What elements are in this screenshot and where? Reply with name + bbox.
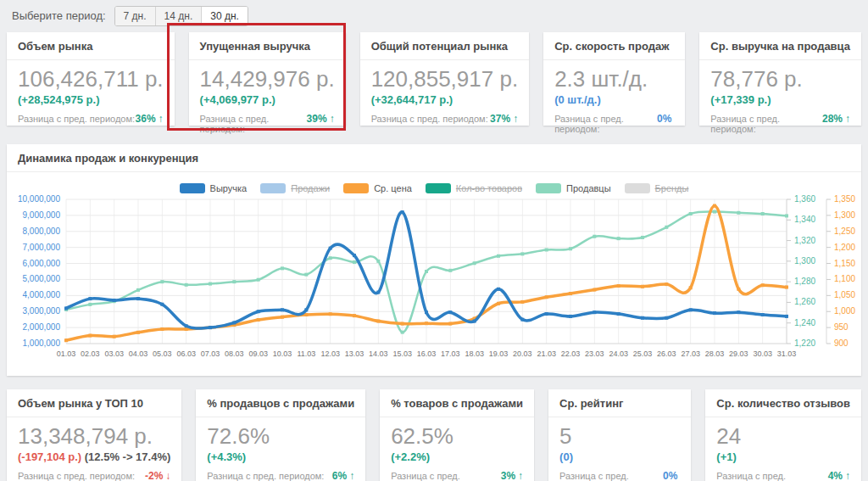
- kpi-card-delta: (0 шт./д.): [554, 93, 601, 106]
- svg-text:1,100: 1,100: [834, 274, 855, 283]
- kpi-top-row: Объем рынка 106,426,711 р. (+28,524,975 …: [0, 32, 868, 126]
- svg-text:14.03: 14.03: [369, 350, 388, 358]
- kpi-diff-value: 0%: [663, 470, 680, 481]
- kpi-diff-label: Разница с пред. периодом:: [207, 471, 324, 481]
- sales-dynamics-chart: 01.0302.0303.0304.0305.0306.0307.0308.03…: [7, 194, 861, 362]
- period-14d-button[interactable]: 14 дн.: [156, 7, 203, 25]
- svg-text:03.03: 03.03: [104, 350, 124, 358]
- svg-text:16.03: 16.03: [417, 350, 437, 358]
- kpi-card-title: Упущенная выручка: [189, 32, 346, 60]
- kpi-card-avg-rating: Ср. рейтинг 5 (0) Разница с пред. период…: [548, 389, 691, 481]
- svg-text:6,000,000: 6,000,000: [23, 259, 61, 268]
- kpi-card-delta: (-197,104 р.): [18, 450, 81, 463]
- period-30d-button[interactable]: 30 дн.: [202, 7, 248, 25]
- kpi-card-revenue-per-seller: Ср. выручка на продавца 78,776 р. (+17,3…: [699, 32, 861, 126]
- kpi-card-delta: (+17,339 р.): [710, 93, 771, 106]
- svg-text:07.03: 07.03: [201, 350, 220, 358]
- svg-text:10.03: 10.03: [273, 350, 292, 358]
- svg-text:1,300: 1,300: [794, 256, 815, 266]
- legend-label: Продажи: [291, 183, 330, 193]
- legend-item-2[interactable]: Ср. цена: [343, 183, 412, 193]
- svg-text:1,320: 1,320: [794, 236, 815, 245]
- trend-arrow-icon: ↑: [513, 113, 518, 125]
- svg-text:13.03: 13.03: [345, 350, 364, 358]
- svg-text:1,220: 1,220: [794, 338, 815, 348]
- kpi-diff-label: Разница с пред. периодом:: [200, 114, 307, 134]
- kpi-diff-label: Разница с пред. периодом:: [710, 114, 822, 134]
- svg-text:09.03: 09.03: [248, 350, 268, 358]
- panel-title: Динамика продаж и конкуренция: [7, 144, 861, 172]
- legend-item-4[interactable]: Продавцы: [536, 183, 611, 193]
- kpi-card-title: Ср. выручка на продавца: [699, 32, 861, 60]
- svg-text:12.03: 12.03: [320, 350, 340, 358]
- kpi-card-title: Ср. рейтинг: [548, 389, 691, 417]
- kpi-card-value: 72.6%: [207, 423, 354, 450]
- kpi-card-products-with-sales: % товаров с продажами 62.5% (+2.2%) Разн…: [380, 389, 534, 481]
- kpi-card-value: 120,855,917 р.: [371, 66, 519, 92]
- svg-text:1,300: 1,300: [834, 210, 855, 220]
- kpi-card-delta: (+28,524,975 р.): [18, 93, 99, 106]
- svg-text:1,000: 1,000: [834, 306, 855, 316]
- trend-arrow-icon: ↑: [349, 470, 354, 481]
- trend-arrow-icon: ↓: [165, 470, 170, 481]
- legend-label: Продавцы: [566, 183, 611, 193]
- svg-text:1,280: 1,280: [794, 277, 815, 286]
- kpi-card-avg-reviews: Ср. количество отзывов 24 (+1) Разница с…: [705, 389, 861, 481]
- legend-swatch-icon: [260, 183, 286, 193]
- svg-text:25.03: 25.03: [633, 350, 653, 358]
- legend-swatch-icon: [426, 183, 451, 193]
- legend-item-5[interactable]: Бренды: [625, 183, 689, 193]
- kpi-card-delta: (+32,644,717 р.): [371, 93, 453, 106]
- svg-text:28.03: 28.03: [705, 350, 725, 358]
- svg-text:2,000,000: 2,000,000: [23, 322, 61, 332]
- legend-item-3[interactable]: Кол-во товаров: [426, 183, 522, 193]
- legend-item-1[interactable]: Продажи: [260, 183, 330, 193]
- kpi-diff-label: Разница с пред. периодом:: [371, 114, 488, 124]
- kpi-card-market-volume: Объем рынка 106,426,711 р. (+28,524,975 …: [7, 32, 175, 126]
- svg-text:10,000,000: 10,000,000: [18, 194, 60, 204]
- kpi-card-delta: (0): [559, 450, 573, 463]
- legend-item-0[interactable]: Выручка: [180, 183, 248, 193]
- kpi-diff-value: 0%: [657, 113, 674, 125]
- svg-text:21.03: 21.03: [537, 350, 556, 358]
- kpi-diff-value: 28%↑: [822, 113, 850, 125]
- kpi-card-title: Объем рынка у ТОП 10: [7, 389, 181, 417]
- legend-label: Бренды: [655, 183, 689, 193]
- svg-text:31.03: 31.03: [777, 350, 797, 358]
- svg-text:11.03: 11.03: [297, 350, 315, 358]
- svg-text:3,000,000: 3,000,000: [23, 306, 61, 316]
- svg-text:1,260: 1,260: [794, 297, 815, 306]
- legend-swatch-icon: [536, 183, 561, 193]
- kpi-card-missed-revenue: Упущенная выручка 14,429,976 р. (+4,069,…: [189, 32, 346, 126]
- svg-text:4,000,000: 4,000,000: [23, 290, 61, 299]
- svg-text:1,050: 1,050: [834, 290, 855, 299]
- svg-text:18.03: 18.03: [465, 350, 484, 358]
- svg-text:950: 950: [834, 322, 849, 332]
- svg-text:17.03: 17.03: [441, 350, 460, 358]
- kpi-card-value: 13,348,794 р.: [18, 423, 170, 450]
- kpi-diff-label: Разница с пред. периодом:: [18, 114, 135, 124]
- svg-text:02.03: 02.03: [81, 350, 100, 358]
- kpi-card-delta: (+1): [716, 450, 736, 463]
- kpi-bottom-row: Объем рынка у ТОП 10 13,348,794 р. (-197…: [0, 389, 868, 481]
- svg-text:27.03: 27.03: [681, 350, 700, 358]
- period-7d-button[interactable]: 7 дн.: [115, 7, 156, 25]
- kpi-card-value: 2.3 шт./д.: [554, 66, 674, 92]
- svg-text:22.03: 22.03: [561, 350, 581, 358]
- chart-legend: ВыручкаПродажиСр. ценаКол-во товаровПрод…: [7, 172, 861, 194]
- period-button-group: 7 дн. 14 дн. 30 дн.: [114, 6, 248, 26]
- legend-label: Ср. цена: [374, 183, 412, 193]
- svg-text:26.03: 26.03: [657, 350, 676, 358]
- kpi-card-delta: (+2.2%): [391, 450, 430, 463]
- svg-text:1,250: 1,250: [834, 227, 855, 236]
- legend-label: Выручка: [210, 183, 248, 193]
- svg-text:20.03: 20.03: [513, 350, 532, 358]
- svg-text:8,000,000: 8,000,000: [23, 227, 61, 236]
- legend-swatch-icon: [180, 183, 205, 193]
- kpi-card-value: 5: [559, 423, 680, 450]
- svg-text:19.03: 19.03: [489, 350, 509, 358]
- svg-text:1,200: 1,200: [834, 243, 855, 252]
- legend-swatch-icon: [625, 183, 650, 193]
- trend-arrow-icon: ↑: [159, 113, 164, 125]
- svg-text:5,000,000: 5,000,000: [23, 274, 61, 283]
